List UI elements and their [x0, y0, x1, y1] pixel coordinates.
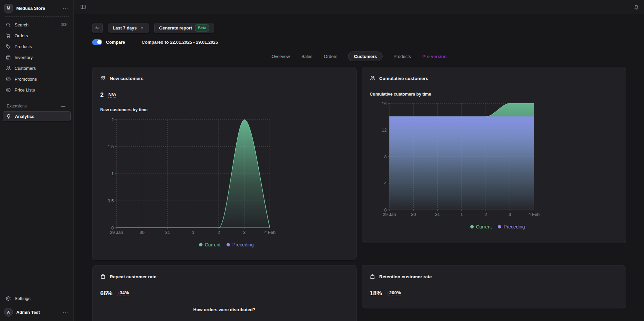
collapse-extensions-icon[interactable]: —: [61, 104, 65, 108]
svg-text:4 Feb: 4 Feb: [264, 230, 275, 235]
legend-item-current: Current: [470, 224, 492, 229]
date-range-select[interactable]: Last 7 days: [108, 23, 149, 33]
panel-left-icon[interactable]: [80, 4, 86, 10]
sidebar-item-analytics[interactable]: Analytics: [3, 111, 71, 121]
date-range-value: Last 7 days: [113, 25, 137, 31]
retention-rate-change: ↑200%: [387, 290, 401, 296]
chart-subtitle: New customers by time: [100, 107, 348, 112]
sidebar-bottom: Settings: [0, 290, 73, 304]
user-more-options-icon[interactable]: ···: [63, 310, 69, 315]
topbar: [74, 0, 644, 14]
repeat-rate-change: ↓34%: [117, 290, 129, 296]
settings-gear-icon: [6, 296, 11, 301]
svg-text:3: 3: [243, 230, 245, 235]
sidebar: M Medusa Store ··· Search⌘KOrdersProduct…: [0, 0, 74, 321]
shopping-bag-icon: [100, 274, 106, 279]
card-title: Cumulative customers: [379, 76, 428, 81]
tab-overview[interactable]: Overview: [271, 54, 291, 59]
chart-legend: CurrentPreceding: [377, 224, 618, 229]
card-title: New customers: [110, 76, 144, 81]
svg-text:12: 12: [382, 127, 387, 133]
svg-text:30: 30: [411, 212, 416, 217]
user-name: Admin Test: [16, 310, 60, 315]
svg-text:1: 1: [460, 212, 463, 217]
inventory-building-icon: [6, 55, 11, 60]
sidebar-item-orders[interactable]: Orders: [3, 30, 71, 41]
compare-toggle[interactable]: [92, 39, 102, 45]
sidebar-item-label: Analytics: [15, 114, 67, 119]
arrow-down-icon: ↓: [117, 290, 120, 295]
promotions-ticket-icon: [6, 77, 11, 82]
sidebar-item-price-lists[interactable]: Price Lists: [3, 84, 71, 95]
sidebar-item-label: Settings: [15, 296, 68, 301]
tabs: OverviewSalesOrdersCustomersProductsPro …: [92, 51, 626, 61]
legend-item-preceding: Preceding: [227, 242, 254, 247]
arrow-up-icon: ↑: [387, 290, 389, 295]
cards-grid: New customers 2 N/A New customers by tim…: [92, 67, 626, 321]
chart-canvas: 00.511.5229 Jan30311234 Feb: [104, 116, 272, 240]
new-customers-change: N/A: [108, 92, 116, 98]
store-avatar: M: [4, 4, 13, 13]
products-tag-icon: [6, 44, 11, 49]
svg-text:29 Jan: 29 Jan: [383, 212, 396, 217]
svg-text:16: 16: [382, 101, 387, 106]
filter-button[interactable]: [92, 23, 103, 33]
analytics-page: Last 7 days Generate report Beta Compare…: [74, 14, 644, 321]
sidebar-item-customers[interactable]: Customers: [3, 63, 71, 74]
users-icon: [100, 76, 106, 81]
shopping-bag-icon: [370, 274, 375, 279]
svg-text:2: 2: [485, 212, 487, 217]
sidebar-nav: Search⌘KOrdersProductsInventoryCustomers…: [0, 17, 73, 98]
orders-distribution-question: How orders were distributed?: [100, 307, 348, 312]
legend-item-preceding: Preceding: [498, 224, 525, 229]
svg-text:2: 2: [111, 117, 114, 122]
svg-text:8: 8: [384, 154, 387, 159]
svg-text:30: 30: [139, 230, 144, 235]
sidebar-item-products[interactable]: Products: [3, 41, 71, 52]
tab-pro-version[interactable]: Pro version: [422, 54, 448, 59]
tab-sales[interactable]: Sales: [301, 54, 313, 59]
bell-icon[interactable]: [634, 4, 639, 10]
store-menu[interactable]: M Medusa Store ···: [0, 0, 73, 16]
compared-to-text: Compared to 22.01.2025 - 29.01.2025: [142, 40, 218, 45]
sidebar-item-inventory[interactable]: Inventory: [3, 52, 71, 63]
extensions-list: Analytics: [0, 111, 73, 121]
keyboard-shortcut: ⌘K: [61, 22, 68, 27]
svg-text:3: 3: [509, 212, 511, 217]
sidebar-item-promotions[interactable]: Promotions: [3, 74, 71, 84]
legend-dot: [470, 225, 474, 228]
store-name: Medusa Store: [16, 6, 60, 11]
sidebar-item-search[interactable]: Search⌘K: [3, 19, 71, 30]
main-area: Last 7 days Generate report Beta Compare…: [74, 0, 644, 321]
sidebar-item-label: Search: [15, 22, 57, 27]
generate-report-button[interactable]: Generate report Beta: [154, 23, 214, 33]
generate-report-label: Generate report: [159, 25, 192, 31]
new-customers-value: 2: [100, 92, 104, 99]
retention-customer-rate-card: Retention customer rate 18% ↑200%: [362, 265, 626, 308]
retention-rate-value: 18%: [370, 290, 382, 297]
legend-item-current: Current: [199, 242, 221, 247]
chart-canvas: 048121629 Jan30311234 Feb: [377, 100, 536, 222]
customers-users-icon: [6, 66, 11, 71]
svg-text:0.5: 0.5: [108, 198, 114, 203]
sidebar-item-label: Orders: [15, 33, 68, 38]
store-more-options-icon[interactable]: ···: [63, 6, 69, 11]
users-icon: [370, 76, 375, 81]
controls-row: Last 7 days Generate report Beta: [92, 23, 626, 33]
sidebar-item-label: Customers: [15, 66, 68, 71]
card-title: Repeat customer rate: [110, 274, 156, 279]
svg-text:1: 1: [111, 171, 114, 176]
svg-text:4: 4: [384, 181, 387, 186]
user-menu[interactable]: A Admin Test ···: [0, 304, 73, 321]
svg-text:29 Jan: 29 Jan: [110, 230, 123, 235]
legend-dot: [199, 243, 202, 246]
user-avatar: A: [4, 308, 13, 317]
extensions-header: Extensions —: [0, 98, 73, 111]
sidebar-item-settings[interactable]: Settings: [3, 293, 71, 304]
tab-orders[interactable]: Orders: [323, 54, 338, 59]
lightbulb-icon: [6, 114, 11, 119]
tab-customers[interactable]: Customers: [348, 52, 383, 61]
tab-products[interactable]: Products: [393, 54, 411, 59]
new-customers-card: New customers 2 N/A New customers by tim…: [92, 67, 357, 260]
new-customers-chart: 00.511.5229 Jan30311234 FebCurrentPreced…: [104, 116, 348, 247]
